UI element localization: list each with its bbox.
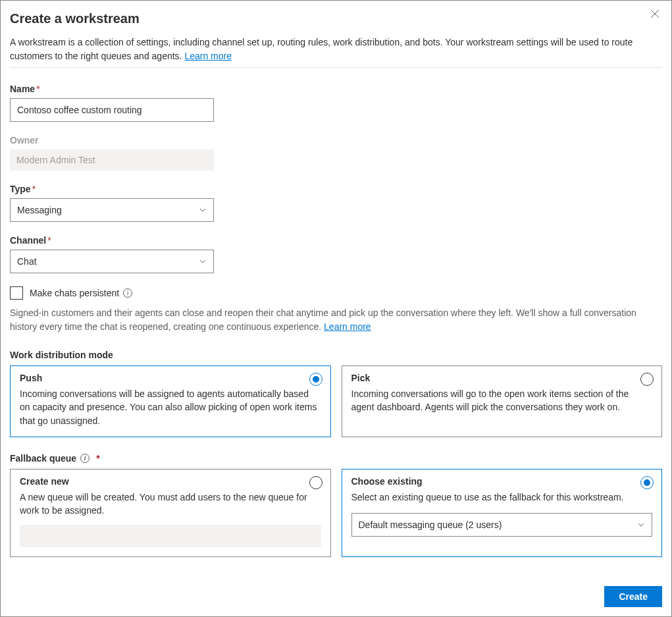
create-workstream-dialog: Create a workstream A workstream is a co… — [0, 0, 672, 617]
create-new-title: Create new — [20, 476, 321, 487]
required-marker: * — [47, 235, 51, 246]
fallback-heading: Fallback queue i * — [10, 453, 662, 464]
choose-existing-desc: Select an existing queue to use as the f… — [351, 491, 653, 504]
persistent-helper-text: Signed-in customers and their agents can… — [10, 308, 636, 332]
option-choose-existing[interactable]: Choose existing Select an existing queue… — [342, 469, 663, 558]
option-push[interactable]: Push Incoming conversations will be assi… — [10, 365, 331, 437]
fallback-options: Create new A new queue will be created. … — [10, 469, 662, 558]
persistent-learn-more-link[interactable]: Learn more — [324, 321, 371, 332]
choose-existing-title: Choose existing — [351, 476, 653, 487]
dialog-footer: Create — [10, 574, 662, 607]
radio-push[interactable] — [309, 373, 323, 386]
channel-label: Channel — [10, 235, 46, 246]
required-marker: * — [36, 84, 39, 94]
option-create-new[interactable]: Create new A new queue will be created. … — [10, 469, 331, 558]
owner-input — [10, 149, 214, 171]
info-icon[interactable]: i — [123, 288, 132, 298]
persistent-checkbox-row: Make chats persistent i — [10, 286, 662, 300]
dialog-description: A workstream is a collection of settings… — [10, 36, 662, 68]
work-distribution-options: Push Incoming conversations will be assi… — [10, 365, 662, 437]
persistent-label: Make chats persistent — [30, 288, 119, 298]
work-distribution-heading: Work distribution mode — [10, 350, 662, 360]
create-button[interactable]: Create — [604, 586, 662, 607]
pick-title: Pick — [351, 373, 653, 383]
type-select[interactable]: Messaging — [10, 198, 214, 222]
fallback-heading-text: Fallback queue — [10, 453, 76, 464]
chevron-down-icon — [199, 257, 207, 265]
option-pick[interactable]: Pick Incoming conversations will go to t… — [342, 365, 663, 437]
persistent-helper: Signed-in customers and their agents can… — [10, 306, 662, 334]
name-label: Name — [10, 84, 35, 94]
radio-pick[interactable] — [640, 373, 654, 386]
pick-desc: Incoming conversations will go to the op… — [351, 387, 653, 414]
create-new-desc: A new queue will be created. You must ad… — [20, 491, 321, 518]
owner-label: Owner — [10, 135, 39, 146]
field-channel: Channel* Chat — [10, 235, 662, 273]
push-title: Push — [20, 373, 321, 383]
close-icon — [650, 9, 659, 18]
required-marker: * — [96, 453, 99, 464]
create-new-input — [20, 525, 321, 547]
dialog-title: Create a workstream — [10, 11, 140, 26]
close-button[interactable] — [648, 9, 662, 20]
radio-choose-existing[interactable] — [640, 476, 654, 489]
type-label: Type — [10, 184, 31, 194]
type-value: Messaging — [17, 205, 62, 215]
persistent-checkbox[interactable] — [10, 286, 23, 300]
channel-value: Chat — [17, 256, 37, 267]
field-owner: Owner — [10, 135, 662, 171]
name-input[interactable] — [10, 98, 214, 122]
learn-more-link[interactable]: Learn more — [184, 51, 232, 61]
description-text: A workstream is a collection of settings… — [10, 37, 633, 61]
radio-create-new[interactable] — [309, 476, 323, 489]
push-desc: Incoming conversations will be assigned … — [20, 387, 321, 427]
field-type: Type* Messaging — [10, 184, 662, 222]
field-name: Name* — [10, 84, 662, 122]
chevron-down-icon — [199, 206, 207, 214]
existing-queue-value: Default messaging queue (2 users) — [359, 520, 502, 530]
chevron-down-icon — [637, 521, 645, 529]
channel-select[interactable]: Chat — [10, 250, 214, 273]
required-marker: * — [32, 184, 36, 194]
existing-queue-select[interactable]: Default messaging queue (2 users) — [351, 513, 653, 537]
info-icon[interactable]: i — [80, 454, 90, 463]
